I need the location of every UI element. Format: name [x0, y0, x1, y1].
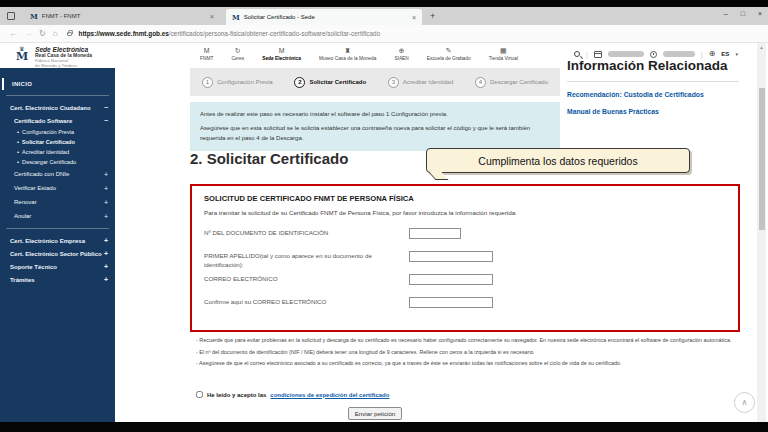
- accept-terms-checkbox[interactable]: [196, 391, 203, 398]
- nav-item-ceres[interactable]: ↻ Ceres: [231, 47, 244, 61]
- logo-m-icon: M: [13, 52, 31, 62]
- confirmar-correo-input[interactable]: [409, 297, 493, 308]
- related-title: Información Relacionada: [567, 58, 739, 74]
- nav-item-fnmt[interactable]: M FNMT: [200, 47, 213, 61]
- scrollbar-thumb[interactable]: [759, 88, 765, 230]
- correo-electronico-input[interactable]: [409, 274, 493, 285]
- url-path: /certificados/persona-fisica/obtener-cer…: [169, 30, 380, 37]
- scroll-to-top-button[interactable]: ∧: [734, 392, 755, 413]
- chevron-down-icon[interactable]: ▾: [735, 51, 738, 57]
- new-tab-button[interactable]: +: [430, 11, 435, 21]
- logo-text: Sede Electrónica Real Casa de la Moneda …: [35, 46, 92, 69]
- sidebar-item-cert-sector-publico[interactable]: Cert. Electrónico Sector Público +: [0, 247, 115, 260]
- form-intro: Para tramitar la solicitud de su Certifi…: [204, 209, 726, 216]
- redacted-date: [608, 51, 644, 57]
- expand-icon[interactable]: +: [104, 185, 108, 192]
- letterbox-top: [0, 0, 768, 7]
- sidebar-item-descargar-certificado[interactable]: Descargar Certificado: [0, 157, 115, 167]
- nav-item-museo[interactable]: ♜ Museo Casa de la Moneda: [319, 47, 376, 61]
- language-selector[interactable]: ES: [721, 51, 729, 57]
- tab-manager-icon[interactable]: [7, 12, 15, 20]
- related-link-custodia[interactable]: Recomendación: Custodia de Certificados: [567, 90, 739, 100]
- expand-icon[interactable]: +: [104, 276, 108, 283]
- step-number: 2: [294, 77, 305, 88]
- restore-button[interactable]: □: [741, 10, 745, 17]
- expand-icon[interactable]: +: [104, 237, 108, 244]
- search-icon[interactable]: [574, 51, 580, 57]
- step-number: 1: [202, 77, 213, 88]
- related-link-buenas-practicas[interactable]: Manual de Buenas Prácticas: [567, 107, 739, 117]
- address-bar: ← → ↻ ⌂ https://www.sede.fnmt.gob.es/cer…: [0, 25, 768, 43]
- sidebar-item-tramites[interactable]: Trámites +: [0, 273, 115, 286]
- step-descargar-certificado[interactable]: 4 Descargar Certificado: [475, 77, 548, 88]
- field-label-correo: CORREO ELECTRÓNICO: [204, 274, 409, 283]
- sidebar-item-renovar[interactable]: Renovar +: [0, 195, 115, 209]
- back-icon[interactable]: ←: [9, 30, 17, 38]
- nav-item-escuela-grabado[interactable]: ✎ Escuela de Grabado: [427, 47, 471, 61]
- close-tab-icon[interactable]: ×: [210, 13, 214, 20]
- sidebar: INICIO Cert. Electrónico Ciudadano − Cer…: [0, 68, 115, 422]
- certificate-request-form: SOLICITUD DE CERTIFICADO FNMT DE PERSONA…: [190, 184, 740, 332]
- submit-row: Enviar petición: [190, 402, 560, 420]
- sidebar-item-anular[interactable]: Anular +: [0, 209, 115, 223]
- tab-fnmt[interactable]: M FNMT - FNMT ×: [24, 7, 220, 25]
- site-nav: M FNMT ↻ Ceres M Sede Electrónica ♜ Muse…: [200, 47, 518, 61]
- browser-tab-bar: M FNMT - FNMT × M Solicitar Certificado …: [0, 7, 768, 25]
- nav-item-siaen[interactable]: ⊕ SIAEN: [394, 47, 408, 61]
- sidebar-item-certificado-dnie[interactable]: Certificado con DNIe +: [0, 167, 115, 181]
- step-acreditar-identidad[interactable]: 3 Acreditar Identidad: [388, 77, 453, 88]
- home-icon[interactable]: ⌂: [53, 30, 58, 38]
- sidebar-item-solicitar-certificado[interactable]: Solicitar Certificado: [0, 137, 115, 147]
- expand-icon[interactable]: +: [104, 199, 108, 206]
- letterbox-bottom: [0, 422, 768, 432]
- expand-icon[interactable]: +: [104, 171, 108, 178]
- sidebar-item-cert-ciudadano[interactable]: Cert. Electrónico Ciudadano −: [0, 101, 115, 114]
- lock-icon: [67, 32, 72, 36]
- tab-solicitar-certificado[interactable]: M Solicitar Certificado - Sede ×: [226, 9, 422, 25]
- calendar-icon: [594, 51, 602, 58]
- field-label-documento: Nº DEL DOCUMENTO DE IDENTIFICACIÓN: [204, 228, 409, 237]
- sidebar-item-cert-empresa[interactable]: Cert. Electrónico Empresa +: [0, 234, 115, 247]
- browser-window: M FNMT - FNMT × M Solicitar Certificado …: [0, 0, 768, 432]
- sidebar-item-acreditar-identidad[interactable]: Acreditar Identidad: [0, 147, 115, 157]
- note-item: Recuerde que para evitar problemas en la…: [196, 336, 738, 345]
- primer-apellido-input[interactable]: [409, 251, 493, 262]
- submit-button[interactable]: Enviar petición: [348, 407, 403, 420]
- utility-bar: | | ⊕ ES ▾: [574, 50, 738, 58]
- vertical-scrollbar[interactable]: ▴: [757, 43, 766, 422]
- scroll-up-icon[interactable]: ▴: [757, 44, 766, 50]
- nav-item-sede-electronica[interactable]: M Sede Electrónica: [262, 47, 301, 61]
- close-window-button[interactable]: ×: [758, 10, 762, 17]
- step-solicitar-certificado[interactable]: 2 Solicitar Certificado: [294, 77, 366, 88]
- documento-identificacion-input[interactable]: [409, 228, 461, 239]
- escuela-icon: ✎: [446, 47, 452, 55]
- nav-item-tienda-virtual[interactable]: ▦ Tienda Virtual: [489, 47, 518, 61]
- url-text[interactable]: https://www.sede.fnmt.gob.es/certificado…: [79, 30, 381, 37]
- sidebar-item-verificar-estado[interactable]: Verificar Estado +: [0, 181, 115, 195]
- steps-bar: 1 Configuración Previa 2 Solicitar Certi…: [190, 68, 560, 96]
- fnmt-favicon-icon: M: [232, 13, 240, 22]
- expand-icon[interactable]: +: [104, 213, 108, 220]
- form-title: SOLICITUD DE CERTIFICADO FNMT DE PERSONA…: [204, 194, 726, 203]
- refresh-icon[interactable]: ↻: [39, 30, 46, 38]
- sidebar-item-configuracion-previa[interactable]: Configuración Previa: [0, 127, 115, 137]
- sidebar-item-certificado-software[interactable]: Certificado Software −: [0, 114, 115, 127]
- sidebar-item-soporte-tecnico[interactable]: Soporte Técnico +: [0, 260, 115, 273]
- forward-icon[interactable]: →: [24, 30, 32, 38]
- step-configuracion-previa[interactable]: 1 Configuración Previa: [202, 77, 273, 88]
- page-title: 2. Solicitar Certificado: [190, 150, 348, 167]
- notice-paragraph: Asegúrese que en esta solicitud se le so…: [200, 123, 550, 143]
- conditions-link[interactable]: condiciones de expedición del certificad…: [270, 392, 389, 398]
- close-tab-icon[interactable]: ×: [412, 14, 416, 21]
- sidebar-item-inicio[interactable]: INICIO: [2, 78, 115, 90]
- clock-icon: [650, 51, 657, 58]
- info-notice: Antes de realizar este paso es necesario…: [190, 102, 560, 151]
- fnmt-logo[interactable]: ♛ M: [13, 46, 31, 62]
- step-number: 3: [388, 77, 399, 88]
- expand-icon[interactable]: +: [104, 263, 108, 270]
- tienda-icon: ▦: [500, 47, 507, 55]
- minimize-button[interactable]: –: [724, 10, 728, 17]
- collapse-icon[interactable]: −: [104, 117, 108, 124]
- expand-icon[interactable]: +: [104, 250, 108, 257]
- collapse-icon[interactable]: −: [104, 104, 108, 111]
